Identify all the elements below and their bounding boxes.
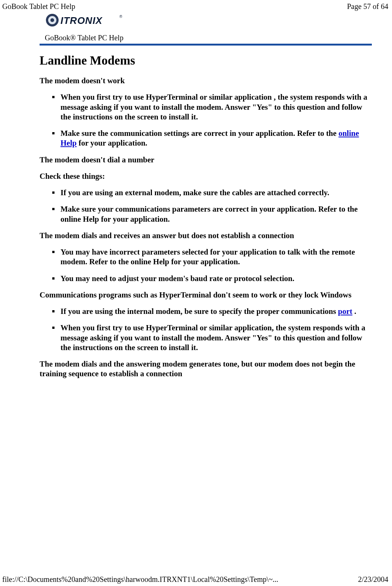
brand-product-line: GoBook® Tablet PC Help (45, 34, 372, 42)
list-item: Make sure the communication settings are… (40, 128, 372, 148)
list-item: When you first try to use HyperTerminal … (40, 323, 372, 352)
list-item: If you are using the internal modem, be … (40, 306, 372, 316)
bullet-list: If you are using the internal modem, be … (40, 306, 372, 352)
page-header-title: GoBook Tablet PC Help (2, 2, 75, 11)
brand-divider (40, 44, 372, 46)
list-item-text-post: . (352, 307, 357, 316)
list-item-text: If you are using an external modem, make… (60, 188, 329, 197)
bullet-list: You may have incorrect parameters select… (40, 247, 372, 283)
list-item-text: Make sure your communications parameters… (60, 205, 358, 223)
section-heading: Check these things: (40, 171, 372, 181)
bullet-list: When you first try to use HyperTerminal … (40, 92, 372, 148)
list-item: Make sure your communications parameters… (40, 204, 372, 224)
section-heading: The modem dials and receives an answer b… (40, 231, 372, 240)
itronix-logo: ITRONIX ® (45, 12, 372, 30)
section-heading: The modem doesn't work (40, 76, 372, 85)
page-footer-path: file://C:\Documents%20and%20Settings\har… (2, 575, 278, 584)
section-heading: The modem doesn't dial a number (40, 155, 372, 165)
list-item: You may have incorrect parameters select… (40, 247, 372, 267)
svg-point-2 (50, 18, 54, 22)
list-item-text: You may need to adjust your modem's baud… (60, 274, 295, 283)
list-item-text-pre: Make sure the communication settings are… (60, 129, 339, 138)
list-item: If you are using an external modem, make… (40, 188, 372, 197)
port-link[interactable]: port (338, 307, 352, 316)
list-item-text: When you first try to use HyperTerminal … (60, 93, 367, 121)
document-body: ITRONIX ® GoBook® Tablet PC Help Landlin… (40, 12, 372, 386)
logo-svg: ITRONIX ® (45, 12, 126, 28)
page-title: Landline Modems (40, 54, 372, 68)
list-item: You may need to adjust your modem's baud… (40, 274, 372, 283)
page-header-pagenum: Page 57 of 64 (347, 2, 388, 11)
list-item-text-pre: If you are using the internal modem, be … (60, 307, 338, 316)
section-heading: The modem dials and the answering modem … (40, 359, 372, 379)
list-item-text-post: for your application. (77, 138, 147, 147)
list-item: When you first try to use HyperTerminal … (40, 92, 372, 122)
brand-header: ITRONIX ® GoBook® Tablet PC Help (40, 12, 372, 46)
svg-text:®: ® (119, 15, 122, 19)
svg-text:ITRONIX: ITRONIX (60, 15, 103, 26)
bullet-list: If you are using an external modem, make… (40, 188, 372, 224)
section-heading: Communications programs such as HyperTer… (40, 290, 372, 300)
page-footer-date: 2/23/2004 (358, 575, 388, 584)
list-item-text: You may have incorrect parameters select… (60, 247, 355, 266)
list-item-text: When you first try to use HyperTerminal … (60, 323, 365, 352)
